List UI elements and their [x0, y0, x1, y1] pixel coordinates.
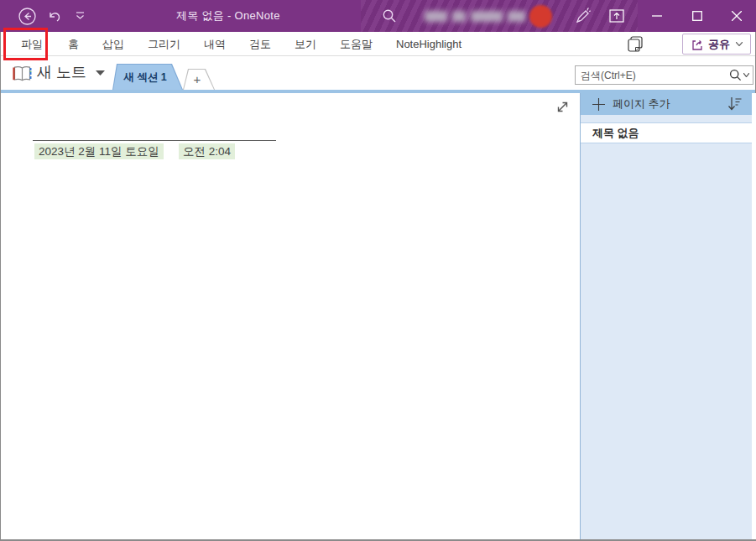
- tab-insert[interactable]: 삽입: [91, 32, 136, 56]
- sort-pages-icon[interactable]: [727, 96, 742, 112]
- page-time-stamp[interactable]: 오전 2:04: [179, 144, 235, 159]
- back-icon[interactable]: [13, 0, 40, 32]
- search-scope-caret-icon[interactable]: [743, 73, 749, 77]
- new-section-tab[interactable]: +: [183, 69, 215, 90]
- close-button[interactable]: [717, 0, 756, 32]
- tab-history[interactable]: 내역: [192, 32, 237, 56]
- account-name-redacted[interactable]: [425, 11, 525, 22]
- notebook-caret-icon[interactable]: [96, 70, 105, 76]
- page-canvas[interactable]: 2023년 2월 11일 토요일 오전 2:04: [1, 93, 580, 539]
- tab-file[interactable]: 파일: [8, 32, 56, 56]
- share-icon: [691, 38, 704, 51]
- tab-draw[interactable]: 그리기: [136, 32, 192, 56]
- notebook-name-dropdown[interactable]: 새 노트: [37, 62, 86, 82]
- tab-view[interactable]: 보기: [283, 32, 328, 56]
- page-list-item-selected[interactable]: 제목 없음: [581, 122, 752, 143]
- section-tab-label: 새 섹션 1: [123, 70, 171, 85]
- side-pages-icon[interactable]: [628, 36, 644, 52]
- window-title: 제목 없음 - OneNote: [176, 0, 280, 32]
- search-icon[interactable]: [376, 0, 403, 32]
- add-page-header[interactable]: 페이지 추가: [581, 93, 752, 115]
- minimize-button[interactable]: [638, 0, 676, 32]
- full-page-view-icon[interactable]: [555, 100, 570, 114]
- new-section-plus-icon: +: [194, 72, 205, 86]
- search-box: [575, 65, 753, 85]
- tab-home[interactable]: 홈: [56, 32, 91, 56]
- account-avatar[interactable]: [529, 5, 552, 28]
- onenote-window: 제목 없음 - OneNote 파일 홈 삽입 그리기 내역: [0, 0, 756, 541]
- page-title-underline: [33, 140, 276, 141]
- inking-pen-icon[interactable]: [569, 0, 597, 32]
- notebook-icon: [12, 65, 33, 82]
- ribbon-display-options-button[interactable]: [597, 0, 636, 32]
- maximize-button[interactable]: [678, 0, 717, 32]
- search-input[interactable]: [576, 70, 729, 81]
- page-title: 제목 없음: [581, 126, 639, 141]
- tab-review[interactable]: 검토: [237, 32, 283, 56]
- title-bar: 제목 없음 - OneNote: [0, 0, 756, 32]
- ribbon-tab-bar: 파일 홈 삽입 그리기 내역 검토 보기 도움말 NoteHighlight 공…: [1, 32, 755, 56]
- share-button[interactable]: 공유: [682, 34, 751, 55]
- panel-scrollbar-gutter: [752, 93, 756, 539]
- customize-quick-access-icon[interactable]: [69, 0, 91, 32]
- undo-icon[interactable]: [42, 0, 67, 32]
- page-list-panel: 페이지 추가 제목 없음: [580, 93, 752, 539]
- add-page-plus-icon: [592, 98, 605, 111]
- share-dropdown-caret-icon: [736, 42, 743, 46]
- notebook-bar: 새 노트 새 섹션 1 +: [1, 56, 755, 90]
- page-date-stamp[interactable]: 2023년 2월 11일 토요일: [34, 144, 164, 159]
- section-tab-active[interactable]: 새 섹션 1: [112, 64, 183, 90]
- tab-help[interactable]: 도움말: [328, 32, 384, 56]
- search-field-icon[interactable]: [729, 69, 742, 81]
- share-button-label: 공유: [708, 37, 730, 52]
- add-page-label: 페이지 추가: [613, 96, 670, 112]
- tab-notehighlight[interactable]: NoteHighlight: [384, 32, 473, 56]
